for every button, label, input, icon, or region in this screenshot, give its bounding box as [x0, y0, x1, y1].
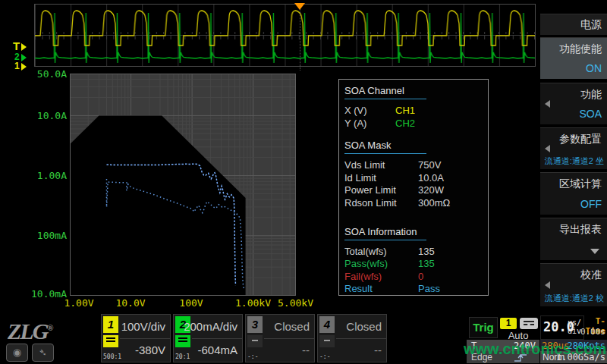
divider: [120, 338, 170, 339]
probe-ratio: -:-: [319, 353, 330, 360]
rising-edge-icon: [514, 353, 529, 364]
channel-offset: -380V: [135, 344, 165, 356]
section-underline: [344, 240, 426, 240]
channel-1-tile[interactable]: 1 500:1 100V/div -380V: [101, 314, 171, 362]
collapse-left-arrow-icon: [545, 281, 550, 289]
channel-3-badge: 3: [247, 316, 263, 333]
trigger-source-badge[interactable]: 1: [500, 318, 517, 329]
y-axis-tick: 10.0mA: [29, 288, 67, 300]
trigger-level-marker[interactable]: T: [13, 39, 27, 52]
sidebar-item-label: 校准: [580, 268, 602, 282]
dropdown-caret-icon: [590, 249, 599, 254]
soa-plot-svg: [70, 74, 296, 296]
divider: [264, 338, 314, 339]
row-label: Result: [344, 283, 373, 294]
sidebar-item-value: SOA: [579, 108, 602, 120]
section-title: SOA Information: [344, 226, 488, 237]
trigger-level-label: T: [13, 39, 20, 52]
result-value: Pass: [418, 283, 440, 294]
soa-information-section: SOA Information Total(wfs)135 Pass(wfs)1…: [344, 226, 488, 296]
x-axis-tick: 1.00kV: [235, 297, 270, 309]
trigger-type: Edge: [471, 352, 492, 362]
fail-wfs-value: 0: [418, 271, 423, 282]
sidebar-item-subtext: 流通道:通道2 校: [545, 293, 604, 304]
section-underline: [344, 99, 426, 99]
probe-ratio: 20:1: [175, 353, 190, 360]
trigger-position-marker-icon[interactable]: [294, 3, 305, 10]
right-arrow-icon: [21, 63, 27, 71]
soa-mask-section: SOA Mask Vds Limit750V Id Limit10.0A Pow…: [344, 140, 488, 209]
waveform-overview-strip[interactable]: [34, 4, 536, 67]
row-label: Vds Limit: [344, 159, 385, 171]
rdson-limit-value: 300mΩ: [418, 197, 450, 209]
soa-plot-area: [70, 74, 296, 296]
y-axis-tick: 100mA: [29, 230, 67, 241]
divider: [192, 338, 242, 339]
channel-2-tile[interactable]: 2 20:1 200mA/div -604mA: [173, 314, 243, 362]
ch1-position-marker[interactable]: 1: [14, 61, 27, 71]
id-limit-value: 10.0A: [418, 172, 444, 184]
sidebar-item-value: OFF: [580, 198, 602, 210]
time-window: 280us: [542, 340, 569, 351]
soa-info-panel: SOA Channel X (V)CH1 Y (A)CH2 SOA Mask V…: [338, 79, 489, 296]
row-label: Id Limit: [344, 172, 376, 184]
channel-scale: Closed: [274, 320, 310, 333]
section-underline: [344, 153, 426, 154]
waveform-overview-svg: [35, 5, 535, 66]
sidebar-item-area-calc[interactable]: 区域计算 OFF: [540, 172, 607, 215]
sidebar-item-value: ON: [586, 62, 602, 74]
section-title: SOA Channel: [344, 85, 488, 96]
dc-coupling-icon: [103, 335, 118, 347]
acquisition-row: Norm 1.00GSa/s: [540, 351, 607, 363]
row-label: Y (A): [344, 118, 366, 129]
off-coupling-icon: [247, 335, 263, 347]
sidebar-item-function[interactable]: 功能 SOA: [540, 83, 607, 124]
section-title: SOA Mask: [344, 140, 488, 151]
sidebar-item-calibration[interactable]: 校准 流通道:通道2 校: [540, 263, 607, 306]
row-label: Power Limit: [344, 184, 396, 196]
trigger-level-label: T: [471, 340, 476, 351]
ch1-marker-label: 1: [14, 61, 20, 71]
trigger-position-line: [300, 9, 300, 71]
timebase-status-cluster: 20.0 us/div T-Time 0.00s 280us 280Kpts N…: [540, 313, 607, 363]
trigger-level-row: T 240V: [467, 340, 539, 351]
vds-limit-value: 750V: [418, 159, 441, 171]
pointer-icon[interactable]: ➴: [32, 344, 54, 362]
trigger-status-cluster: Trig 1 Auto T 240V Edge: [467, 313, 539, 363]
row-label: Rdson Limit: [344, 197, 397, 209]
divider: [336, 338, 386, 339]
trigger-level-value: 240V: [514, 340, 536, 351]
probe-ratio: 500:1: [103, 353, 121, 360]
sidebar-item-label: 功能使能: [559, 42, 602, 56]
channel-3-tile[interactable]: 3 -:- Closed --: [245, 314, 315, 362]
channel-4-badge: 4: [319, 316, 335, 333]
soa-channel-section: SOA Channel X (V)CH1 Y (A)CH2: [344, 85, 488, 130]
sidebar-item-label: 区域计算: [559, 177, 602, 191]
record-row: 280us 280Kpts: [540, 340, 607, 351]
sidebar-item-export-report[interactable]: 导出报表: [540, 218, 607, 260]
row-label: X (V): [344, 105, 367, 116]
channel-scale: 100V/div: [121, 320, 165, 333]
sidebar-item-label: 功能: [580, 88, 602, 102]
oscilloscope-screen: { "colors": { "ch1_yellow": "#e6e600", "…: [0, 0, 607, 364]
y-axis-tick: 10.0A: [29, 110, 67, 121]
power-limit-value: 320W: [418, 184, 444, 196]
channel-scale: Closed: [346, 320, 382, 333]
sidebar-item-parameter-config[interactable]: 参数配置 流通道:通道2 坐: [540, 127, 607, 169]
off-coupling-icon: [319, 335, 335, 347]
channel-4-tile[interactable]: 4 -:- Closed --: [317, 314, 387, 362]
collapse-left-arrow-icon: [545, 100, 550, 108]
channel-offset: -604mA: [197, 344, 237, 356]
sample-rate: 1.00GSa/s: [556, 352, 605, 362]
sidebar-item-label: 导出报表: [559, 223, 602, 237]
trigger-button[interactable]: Trig: [469, 317, 498, 338]
row-label: Fail(wfs): [344, 271, 382, 282]
sidebar-item-power[interactable]: 电源: [540, 14, 607, 35]
zlg-logo: ZLG®: [8, 318, 54, 344]
sidebar-item-function-enable[interactable]: 功能使能 ON: [540, 37, 607, 79]
trigger-type-row[interactable]: Edge: [467, 351, 539, 363]
channel-scale: 200mA/div: [184, 320, 237, 333]
screen-background: T 2 1 50.0A: [0, 0, 607, 364]
trigger-coupling-dc-icon[interactable]: [520, 318, 538, 329]
touch-gesture-icon[interactable]: ◉: [6, 344, 28, 362]
